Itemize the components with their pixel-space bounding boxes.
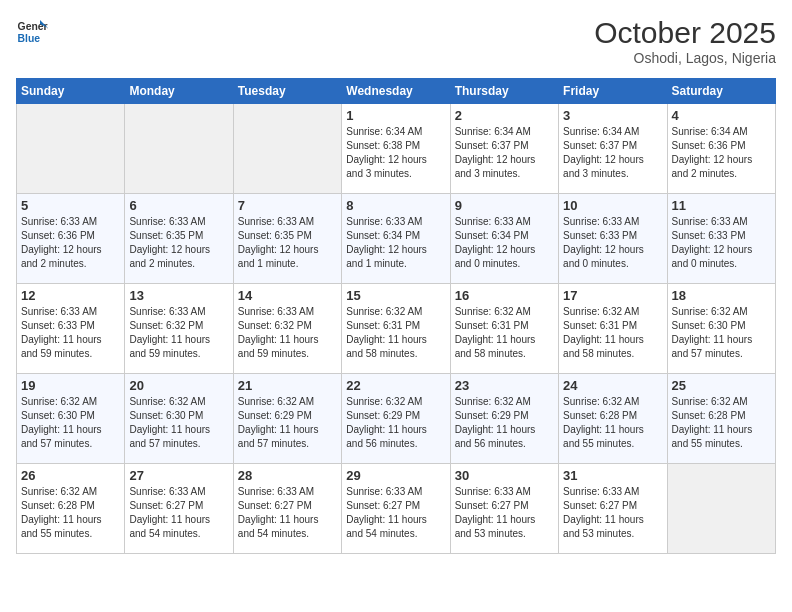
- day-number: 3: [563, 108, 662, 123]
- calendar-cell: 31Sunrise: 6:33 AM Sunset: 6:27 PM Dayli…: [559, 464, 667, 554]
- calendar-cell: 11Sunrise: 6:33 AM Sunset: 6:33 PM Dayli…: [667, 194, 775, 284]
- calendar-cell: 1Sunrise: 6:34 AM Sunset: 6:38 PM Daylig…: [342, 104, 450, 194]
- day-number: 4: [672, 108, 771, 123]
- calendar-cell: 23Sunrise: 6:32 AM Sunset: 6:29 PM Dayli…: [450, 374, 558, 464]
- day-number: 14: [238, 288, 337, 303]
- calendar-cell: 3Sunrise: 6:34 AM Sunset: 6:37 PM Daylig…: [559, 104, 667, 194]
- day-number: 10: [563, 198, 662, 213]
- calendar-cell: 5Sunrise: 6:33 AM Sunset: 6:36 PM Daylig…: [17, 194, 125, 284]
- cell-info: Sunrise: 6:32 AM Sunset: 6:29 PM Dayligh…: [238, 395, 337, 451]
- day-number: 16: [455, 288, 554, 303]
- calendar-cell: 10Sunrise: 6:33 AM Sunset: 6:33 PM Dayli…: [559, 194, 667, 284]
- calendar-cell: 28Sunrise: 6:33 AM Sunset: 6:27 PM Dayli…: [233, 464, 341, 554]
- cell-info: Sunrise: 6:33 AM Sunset: 6:33 PM Dayligh…: [21, 305, 120, 361]
- calendar-cell: 16Sunrise: 6:32 AM Sunset: 6:31 PM Dayli…: [450, 284, 558, 374]
- calendar-cell: 12Sunrise: 6:33 AM Sunset: 6:33 PM Dayli…: [17, 284, 125, 374]
- calendar-cell: 19Sunrise: 6:32 AM Sunset: 6:30 PM Dayli…: [17, 374, 125, 464]
- cell-info: Sunrise: 6:32 AM Sunset: 6:30 PM Dayligh…: [129, 395, 228, 451]
- day-number: 5: [21, 198, 120, 213]
- day-number: 12: [21, 288, 120, 303]
- calendar-cell: 6Sunrise: 6:33 AM Sunset: 6:35 PM Daylig…: [125, 194, 233, 284]
- calendar-cell: [233, 104, 341, 194]
- svg-text:General: General: [18, 21, 48, 32]
- calendar-cell: 25Sunrise: 6:32 AM Sunset: 6:28 PM Dayli…: [667, 374, 775, 464]
- cell-info: Sunrise: 6:32 AM Sunset: 6:28 PM Dayligh…: [672, 395, 771, 451]
- cell-info: Sunrise: 6:33 AM Sunset: 6:32 PM Dayligh…: [129, 305, 228, 361]
- cell-info: Sunrise: 6:32 AM Sunset: 6:28 PM Dayligh…: [563, 395, 662, 451]
- month-title: October 2025: [594, 16, 776, 50]
- calendar-cell: 17Sunrise: 6:32 AM Sunset: 6:31 PM Dayli…: [559, 284, 667, 374]
- cell-info: Sunrise: 6:33 AM Sunset: 6:27 PM Dayligh…: [563, 485, 662, 541]
- cell-info: Sunrise: 6:33 AM Sunset: 6:35 PM Dayligh…: [238, 215, 337, 271]
- cell-info: Sunrise: 6:34 AM Sunset: 6:37 PM Dayligh…: [563, 125, 662, 181]
- day-number: 17: [563, 288, 662, 303]
- day-number: 15: [346, 288, 445, 303]
- day-number: 13: [129, 288, 228, 303]
- day-number: 7: [238, 198, 337, 213]
- weekday-header: Friday: [559, 79, 667, 104]
- calendar-week-row: 19Sunrise: 6:32 AM Sunset: 6:30 PM Dayli…: [17, 374, 776, 464]
- svg-text:Blue: Blue: [18, 33, 41, 44]
- day-number: 1: [346, 108, 445, 123]
- weekday-header: Wednesday: [342, 79, 450, 104]
- weekday-header: Thursday: [450, 79, 558, 104]
- cell-info: Sunrise: 6:33 AM Sunset: 6:27 PM Dayligh…: [238, 485, 337, 541]
- calendar-cell: 4Sunrise: 6:34 AM Sunset: 6:36 PM Daylig…: [667, 104, 775, 194]
- day-number: 9: [455, 198, 554, 213]
- day-number: 30: [455, 468, 554, 483]
- day-number: 25: [672, 378, 771, 393]
- calendar-cell: 24Sunrise: 6:32 AM Sunset: 6:28 PM Dayli…: [559, 374, 667, 464]
- calendar-cell: [667, 464, 775, 554]
- calendar-cell: [125, 104, 233, 194]
- calendar-cell: 18Sunrise: 6:32 AM Sunset: 6:30 PM Dayli…: [667, 284, 775, 374]
- cell-info: Sunrise: 6:32 AM Sunset: 6:28 PM Dayligh…: [21, 485, 120, 541]
- day-number: 26: [21, 468, 120, 483]
- day-number: 27: [129, 468, 228, 483]
- calendar-header-row: SundayMondayTuesdayWednesdayThursdayFrid…: [17, 79, 776, 104]
- cell-info: Sunrise: 6:34 AM Sunset: 6:36 PM Dayligh…: [672, 125, 771, 181]
- location-subtitle: Oshodi, Lagos, Nigeria: [594, 50, 776, 66]
- day-number: 8: [346, 198, 445, 213]
- calendar-cell: 9Sunrise: 6:33 AM Sunset: 6:34 PM Daylig…: [450, 194, 558, 284]
- day-number: 2: [455, 108, 554, 123]
- title-block: October 2025 Oshodi, Lagos, Nigeria: [594, 16, 776, 66]
- calendar-cell: 29Sunrise: 6:33 AM Sunset: 6:27 PM Dayli…: [342, 464, 450, 554]
- cell-info: Sunrise: 6:33 AM Sunset: 6:33 PM Dayligh…: [672, 215, 771, 271]
- calendar-cell: 14Sunrise: 6:33 AM Sunset: 6:32 PM Dayli…: [233, 284, 341, 374]
- day-number: 20: [129, 378, 228, 393]
- weekday-header: Saturday: [667, 79, 775, 104]
- cell-info: Sunrise: 6:33 AM Sunset: 6:34 PM Dayligh…: [346, 215, 445, 271]
- cell-info: Sunrise: 6:32 AM Sunset: 6:31 PM Dayligh…: [346, 305, 445, 361]
- cell-info: Sunrise: 6:34 AM Sunset: 6:37 PM Dayligh…: [455, 125, 554, 181]
- day-number: 24: [563, 378, 662, 393]
- cell-info: Sunrise: 6:33 AM Sunset: 6:36 PM Dayligh…: [21, 215, 120, 271]
- day-number: 22: [346, 378, 445, 393]
- cell-info: Sunrise: 6:33 AM Sunset: 6:27 PM Dayligh…: [129, 485, 228, 541]
- cell-info: Sunrise: 6:32 AM Sunset: 6:29 PM Dayligh…: [346, 395, 445, 451]
- cell-info: Sunrise: 6:33 AM Sunset: 6:33 PM Dayligh…: [563, 215, 662, 271]
- day-number: 18: [672, 288, 771, 303]
- day-number: 19: [21, 378, 120, 393]
- logo: General Blue: [16, 16, 48, 48]
- cell-info: Sunrise: 6:32 AM Sunset: 6:31 PM Dayligh…: [455, 305, 554, 361]
- day-number: 28: [238, 468, 337, 483]
- cell-info: Sunrise: 6:33 AM Sunset: 6:34 PM Dayligh…: [455, 215, 554, 271]
- calendar-cell: 30Sunrise: 6:33 AM Sunset: 6:27 PM Dayli…: [450, 464, 558, 554]
- calendar-week-row: 5Sunrise: 6:33 AM Sunset: 6:36 PM Daylig…: [17, 194, 776, 284]
- page-header: General Blue October 2025 Oshodi, Lagos,…: [16, 16, 776, 66]
- cell-info: Sunrise: 6:32 AM Sunset: 6:30 PM Dayligh…: [21, 395, 120, 451]
- day-number: 29: [346, 468, 445, 483]
- calendar-cell: 26Sunrise: 6:32 AM Sunset: 6:28 PM Dayli…: [17, 464, 125, 554]
- day-number: 11: [672, 198, 771, 213]
- calendar-cell: 7Sunrise: 6:33 AM Sunset: 6:35 PM Daylig…: [233, 194, 341, 284]
- weekday-header: Monday: [125, 79, 233, 104]
- calendar-cell: 2Sunrise: 6:34 AM Sunset: 6:37 PM Daylig…: [450, 104, 558, 194]
- calendar-cell: 15Sunrise: 6:32 AM Sunset: 6:31 PM Dayli…: [342, 284, 450, 374]
- weekday-header: Sunday: [17, 79, 125, 104]
- cell-info: Sunrise: 6:32 AM Sunset: 6:29 PM Dayligh…: [455, 395, 554, 451]
- cell-info: Sunrise: 6:33 AM Sunset: 6:27 PM Dayligh…: [455, 485, 554, 541]
- cell-info: Sunrise: 6:33 AM Sunset: 6:27 PM Dayligh…: [346, 485, 445, 541]
- calendar-cell: 22Sunrise: 6:32 AM Sunset: 6:29 PM Dayli…: [342, 374, 450, 464]
- weekday-header: Tuesday: [233, 79, 341, 104]
- day-number: 31: [563, 468, 662, 483]
